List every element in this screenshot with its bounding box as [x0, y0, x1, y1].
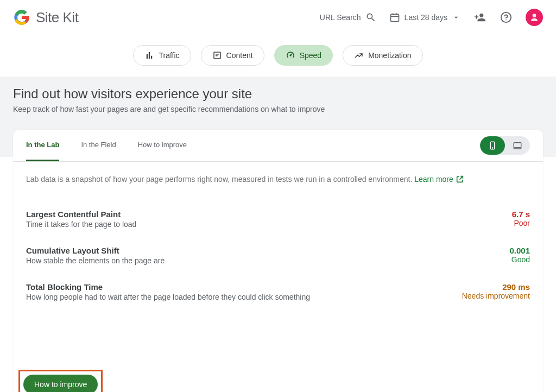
svg-rect-0 — [390, 14, 399, 21]
speed-card: In the Lab In the Field How to improve L… — [13, 130, 543, 392]
nav-tab-label: Content — [226, 51, 253, 60]
lab-intro: Lab data is a snapshot of how your page … — [13, 162, 543, 197]
device-mobile-button[interactable] — [480, 136, 505, 155]
metric-desc: Time it takes for the page to load — [26, 220, 136, 229]
page-title: Find out how visitors experience your si… — [13, 86, 543, 102]
person-icon — [529, 12, 540, 23]
metric-result: 0.001 Good — [509, 246, 530, 264]
product-name: Site Kit — [36, 9, 78, 26]
metric-rating: Poor — [512, 219, 530, 227]
add-user-button[interactable] — [473, 11, 486, 24]
device-desktop-button[interactable] — [505, 136, 530, 155]
svg-point-2 — [533, 14, 536, 17]
svg-point-6 — [492, 148, 492, 148]
help-button[interactable] — [500, 11, 513, 24]
metric-info: Cumulative Layout Shift How stable the e… — [26, 246, 165, 265]
metric-row-lcp: Largest Contentful Paint Time it takes f… — [26, 201, 530, 237]
nav-tab-content[interactable]: Content — [201, 45, 264, 66]
external-link-icon — [456, 175, 464, 184]
desktop-icon — [513, 141, 522, 150]
nav-tab-traffic[interactable]: Traffic — [133, 45, 191, 66]
url-search[interactable]: URL Search — [320, 12, 376, 23]
highlight-annotation: How to improve — [18, 370, 103, 392]
metric-result: 290 ms Needs improvement — [462, 282, 530, 300]
bar-chart-icon — [144, 50, 154, 60]
nav-tab-speed[interactable]: Speed — [274, 45, 333, 66]
metric-row-cls: Cumulative Layout Shift How stable the e… — [26, 237, 530, 274]
metric-desc: How stable the elements on the page are — [26, 256, 165, 265]
date-range-label: Last 28 days — [405, 13, 447, 22]
nav-tab-monetization[interactable]: Monetization — [343, 45, 422, 66]
search-icon — [365, 12, 376, 23]
tab-in-the-field[interactable]: In the Field — [81, 130, 116, 161]
speed-icon — [286, 50, 295, 60]
nav-tab-label: Speed — [300, 51, 321, 60]
metric-value: 290 ms — [462, 282, 530, 292]
metric-title: Total Blocking Time — [26, 282, 310, 292]
mobile-icon — [488, 141, 497, 150]
metric-row-tbt: Total Blocking Time How long people had … — [26, 274, 530, 310]
url-search-label: URL Search — [320, 13, 361, 22]
nav-tab-label: Monetization — [368, 51, 411, 60]
nav-tabs: Traffic Content Speed Monetization — [0, 35, 556, 77]
app-header: Site Kit URL Search Last 28 days — [0, 0, 556, 35]
trending-icon — [354, 50, 364, 60]
calendar-icon — [389, 12, 400, 23]
tab-how-to-improve[interactable]: How to improve — [138, 130, 187, 161]
learn-more-label: Learn more — [414, 175, 453, 184]
chevron-down-icon — [452, 13, 460, 22]
how-to-improve-button[interactable]: How to improve — [23, 375, 98, 392]
page-subtitle: Keep track of how fast your pages are an… — [13, 105, 543, 113]
svg-point-4 — [290, 55, 291, 56]
user-avatar[interactable] — [526, 9, 543, 26]
metrics-list: Largest Contentful Paint Time it takes f… — [13, 197, 543, 314]
metric-title: Cumulative Layout Shift — [26, 246, 165, 255]
metric-info: Total Blocking Time How long people had … — [26, 282, 310, 301]
card-tab-row: In the Lab In the Field How to improve — [13, 130, 543, 162]
lab-intro-text: Lab data is a snapshot of how your page … — [26, 175, 412, 184]
metric-value: 6.7 s — [512, 210, 530, 219]
nav-tab-label: Traffic — [159, 51, 179, 60]
logo-area: Site Kit — [13, 9, 78, 26]
metric-rating: Needs improvement — [462, 292, 530, 300]
device-toggle — [480, 136, 530, 155]
metric-info: Largest Contentful Paint Time it takes f… — [26, 210, 136, 229]
metric-result: 6.7 s Poor — [512, 210, 530, 227]
google-logo-icon — [13, 9, 30, 26]
svg-rect-7 — [514, 143, 521, 148]
learn-more-link[interactable]: Learn more — [414, 175, 464, 184]
help-icon — [500, 11, 512, 23]
tab-in-the-lab[interactable]: In the Lab — [26, 130, 59, 161]
metric-value: 0.001 — [509, 246, 530, 255]
metric-desc: How long people had to wait after the pa… — [26, 293, 310, 301]
metric-rating: Good — [509, 255, 530, 264]
person-add-icon — [474, 11, 486, 23]
card-tabs: In the Lab In the Field How to improve — [26, 130, 187, 161]
header-actions: URL Search Last 28 days — [320, 9, 543, 26]
metric-title: Largest Contentful Paint — [26, 210, 136, 219]
date-range-selector[interactable]: Last 28 days — [389, 12, 460, 23]
content-icon — [212, 50, 222, 60]
